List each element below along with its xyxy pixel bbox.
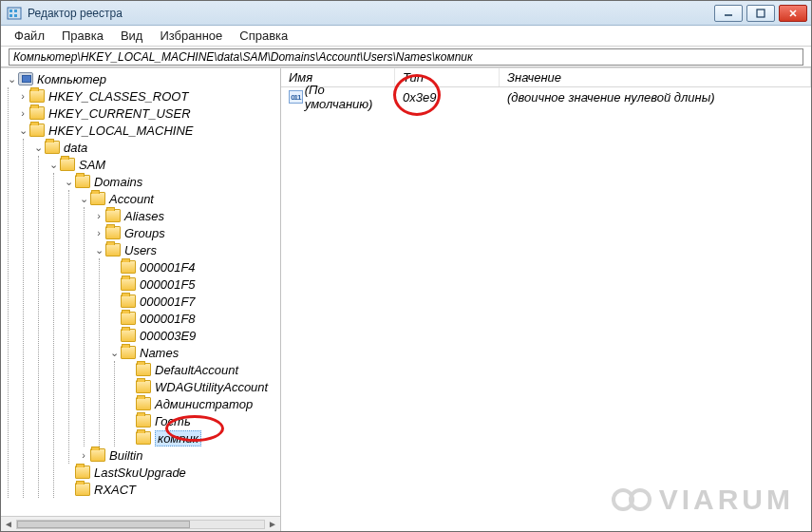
tree-item-user[interactable]: ·000001F7 — [107, 293, 280, 310]
chevron-down-icon[interactable]: ⌄ — [5, 72, 18, 86]
folder-icon — [121, 346, 136, 359]
svg-rect-1 — [9, 10, 12, 12]
tree-item-name[interactable]: ·Гость — [123, 412, 280, 429]
col-value[interactable]: Значение — [500, 68, 811, 86]
scroll-right-icon[interactable]: ► — [265, 519, 280, 529]
computer-icon — [18, 72, 33, 86]
folder-icon — [136, 414, 151, 428]
folder-icon — [105, 243, 121, 256]
svg-rect-4 — [14, 14, 17, 17]
chevron-down-icon[interactable]: ⌄ — [31, 141, 45, 154]
folder-icon — [136, 363, 151, 376]
folder-icon — [121, 260, 136, 274]
folder-icon — [75, 175, 90, 188]
folder-icon — [75, 483, 90, 496]
chevron-right-icon[interactable]: › — [16, 106, 29, 120]
addressbar — [1, 47, 811, 67]
tree-item-name[interactable]: ·WDAGUtilityAccount — [123, 378, 280, 395]
folder-icon — [45, 141, 60, 154]
folder-icon — [121, 277, 136, 291]
folder-icon — [105, 209, 121, 222]
close-button[interactable] — [779, 5, 807, 22]
tree-item-groups[interactable]: › Groups — [92, 224, 280, 241]
tree-label: Компьютер — [37, 72, 106, 86]
value-name: (По умолчанию) — [305, 83, 387, 111]
menu-favorites[interactable]: Избранное — [152, 27, 230, 45]
value-data: (двоичное значение нулевой длины) — [500, 90, 811, 104]
tree-item-users[interactable]: ⌄ Users — [92, 241, 280, 258]
svg-rect-2 — [9, 14, 12, 17]
chevron-down-icon[interactable]: ⌄ — [77, 192, 90, 205]
tree-item-user[interactable]: ·000001F4 — [107, 258, 280, 276]
tree-item-account[interactable]: ⌄ Account — [77, 190, 280, 207]
tree-item-user[interactable]: ·000003E9 — [107, 327, 280, 344]
menu-help[interactable]: Справка — [232, 27, 295, 45]
chevron-down-icon[interactable]: ⌄ — [92, 243, 105, 256]
chevron-down-icon[interactable]: ⌄ — [16, 124, 29, 137]
scroll-left-icon[interactable]: ◄ — [1, 519, 16, 529]
svg-rect-6 — [757, 10, 765, 17]
tree-item-sam[interactable]: ⌄ SAM — [47, 156, 280, 173]
tree-item-user[interactable]: ·000001F8 — [107, 310, 280, 327]
folder-icon — [121, 329, 136, 342]
tree-item-domains[interactable]: ⌄ Domains — [62, 173, 280, 190]
svg-rect-0 — [8, 8, 21, 19]
menu-edit[interactable]: Правка — [54, 27, 111, 45]
tree-item-hkcu[interactable]: › HKEY_CURRENT_USER — [16, 104, 280, 122]
tree-item-builtin[interactable]: › Builtin — [77, 446, 280, 464]
tree-item-aliases[interactable]: › Aliases — [92, 207, 280, 224]
tree-horizontal-scrollbar[interactable]: ◄ ► — [1, 516, 280, 531]
tree-item-rxact[interactable]: · RXACT — [62, 481, 280, 498]
chevron-right-icon[interactable]: › — [77, 448, 90, 462]
tree-item-name[interactable]: ·Администратор — [123, 395, 280, 412]
folder-icon — [29, 106, 45, 120]
values-pane: Имя Тип Значение 011 (По умолчанию) 0x3e… — [281, 68, 811, 531]
chevron-down-icon[interactable]: ⌄ — [107, 346, 121, 359]
folder-icon — [75, 466, 90, 479]
menubar: Файл Правка Вид Избранное Справка — [1, 26, 811, 47]
scroll-thumb[interactable] — [17, 521, 190, 528]
chevron-down-icon[interactable]: ⌄ — [62, 175, 75, 188]
minimize-button[interactable] — [714, 5, 743, 22]
folder-icon — [121, 294, 136, 308]
folder-icon — [136, 380, 151, 393]
col-type[interactable]: Тип — [395, 68, 500, 86]
tree-item-hkcr[interactable]: › HKEY_CLASSES_ROOT — [16, 87, 280, 104]
tree-item-name[interactable]: ·DefaultAccount — [123, 361, 280, 378]
maximize-button[interactable] — [746, 5, 775, 22]
chevron-right-icon[interactable]: › — [16, 89, 29, 103]
scroll-track[interactable] — [16, 520, 265, 529]
chevron-right-icon[interactable]: › — [92, 226, 105, 239]
binary-value-icon: 011 — [289, 90, 303, 104]
folder-icon — [105, 226, 121, 239]
tree-item-name-selected[interactable]: ·компик — [123, 429, 280, 446]
tree-item-hklm[interactable]: ⌄ HKEY_LOCAL_MACHINE — [16, 122, 280, 139]
folder-icon — [136, 397, 151, 410]
folder-icon — [136, 431, 151, 445]
folder-icon — [90, 192, 105, 205]
value-row[interactable]: 011 (По умолчанию) 0x3e9 (двоичное значе… — [281, 87, 811, 106]
folder-icon — [29, 124, 45, 137]
value-type: 0x3e9 — [395, 90, 500, 104]
window-title: Редактор реестра — [28, 7, 708, 20]
chevron-down-icon[interactable]: ⌄ — [47, 158, 60, 171]
tree-item-computer[interactable]: ⌄ Компьютер — [1, 70, 280, 87]
menu-file[interactable]: Файл — [7, 27, 52, 45]
menu-view[interactable]: Вид — [113, 27, 151, 45]
tree-item-lastsku[interactable]: · LastSkuUpgrade — [62, 464, 280, 481]
folder-icon — [60, 158, 75, 171]
regedit-icon — [7, 6, 22, 21]
tree-pane: ⌄ Компьютер › HKEY_CLASSES_ROOT — [1, 68, 281, 531]
tree-item-data[interactable]: ⌄ data — [31, 139, 280, 156]
folder-icon — [29, 89, 45, 103]
folder-icon — [90, 448, 105, 462]
address-input[interactable] — [9, 48, 803, 66]
tree-item-names[interactable]: ⌄ Names — [107, 344, 280, 361]
tree-item-user[interactable]: ·000001F5 — [107, 276, 280, 293]
titlebar: Редактор реестра — [1, 1, 811, 26]
folder-icon — [121, 312, 136, 325]
svg-rect-3 — [14, 10, 17, 12]
chevron-right-icon[interactable]: › — [92, 209, 105, 222]
